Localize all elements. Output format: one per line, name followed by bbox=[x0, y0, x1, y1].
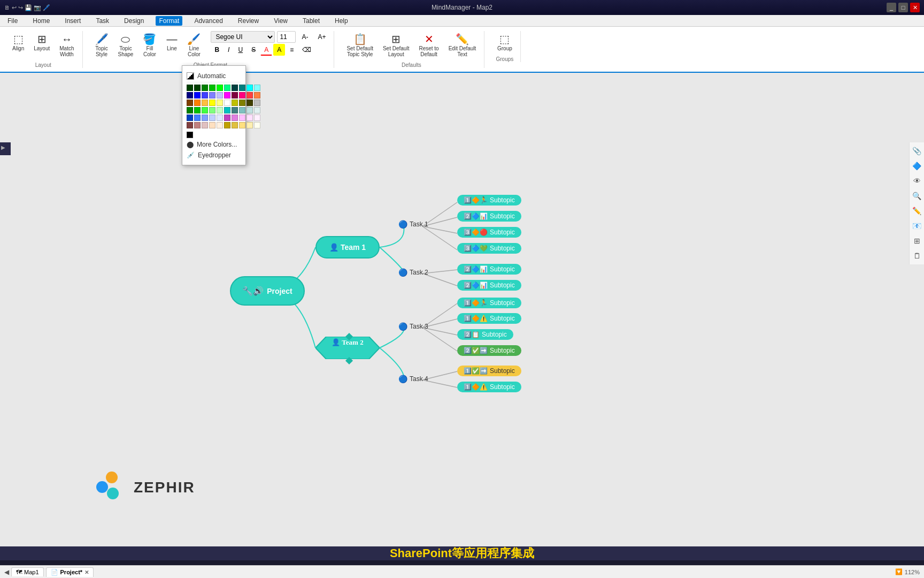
group-button[interactable]: ⬚ Group bbox=[494, 31, 516, 54]
font-increase-button[interactable]: A+ bbox=[314, 31, 329, 43]
team1-node[interactable]: 👤 Team 1 bbox=[315, 236, 380, 258]
task3-node[interactable]: 🔵 Task 3 bbox=[398, 322, 428, 331]
color-swatch-fff0ff[interactable] bbox=[254, 115, 260, 121]
color-swatch-007f7f[interactable] bbox=[239, 85, 245, 91]
menu-advanced[interactable]: Advanced bbox=[191, 16, 226, 26]
color-swatch-00ffff[interactable] bbox=[247, 85, 253, 91]
color-swatch-e0c0c0[interactable] bbox=[202, 122, 208, 128]
reset-to-default-button[interactable]: ✕ Reset toDefault bbox=[415, 31, 442, 60]
sidebar-icon-5[interactable]: ✏️ bbox=[911, 204, 923, 217]
color-swatch-ffbf40[interactable] bbox=[202, 100, 208, 106]
color-swatch-e0f0f0[interactable] bbox=[254, 107, 260, 113]
maximize-button[interactable]: □ bbox=[898, 3, 908, 12]
color-swatch-ffff80[interactable] bbox=[217, 100, 223, 106]
project-node[interactable]: 🔧🔊 Project bbox=[230, 276, 305, 306]
text-align-left-button[interactable]: ≡ bbox=[286, 44, 297, 56]
color-swatch-408080[interactable] bbox=[232, 107, 238, 113]
topic-shape-button[interactable]: ⬭ TopicShape bbox=[114, 31, 137, 60]
clear-format-button[interactable]: ⌫ bbox=[298, 44, 315, 56]
bold-button[interactable]: B bbox=[211, 44, 223, 56]
font-family-select[interactable]: Segoe UI bbox=[211, 31, 275, 43]
color-swatch-ff007f[interactable] bbox=[239, 92, 245, 98]
sidebar-icon-4[interactable]: 🔍 bbox=[911, 189, 923, 202]
tab-map1[interactable]: 🗺 Map1 bbox=[11, 567, 44, 576]
color-swatch-40ff40[interactable] bbox=[202, 107, 208, 113]
sidebar-icon-7[interactable]: ⊞ bbox=[911, 234, 923, 247]
line-color-button[interactable]: 🖌️ LineColor bbox=[183, 31, 204, 60]
color-swatch-ff00ff[interactable] bbox=[224, 92, 230, 98]
menu-design[interactable]: Design bbox=[121, 16, 147, 26]
color-eyedropper-option[interactable]: 💉 Eyedropper bbox=[187, 150, 241, 161]
color-swatch-00bf00[interactable] bbox=[209, 85, 215, 91]
color-swatch-c0d0ff[interactable] bbox=[209, 115, 215, 121]
subtopic-1-2[interactable]: 2️⃣🔷📊 Subtopic bbox=[457, 211, 521, 222]
color-swatch-80a0ff[interactable] bbox=[202, 115, 208, 121]
subtopic-1-1[interactable]: 1️⃣🔶🏃 Subtopic bbox=[457, 195, 521, 206]
menu-home[interactable]: Home bbox=[29, 16, 53, 26]
align-button[interactable]: ⬚ Align bbox=[9, 31, 28, 54]
close-button[interactable]: ✕ bbox=[910, 3, 920, 12]
color-swatch-e0c040[interactable] bbox=[232, 122, 238, 128]
sidebar-icon-3[interactable]: 👁 bbox=[911, 174, 923, 187]
subtopic-2-2[interactable]: 2️⃣🔷📊 Subtopic bbox=[457, 280, 521, 291]
menu-tablet[interactable]: Tablet bbox=[299, 16, 323, 26]
color-swatch-000080[interactable] bbox=[187, 92, 193, 98]
color-swatch-c08080[interactable] bbox=[194, 122, 201, 128]
color-swatch-4040ff[interactable] bbox=[202, 92, 208, 98]
subtopic-3-1[interactable]: 1️⃣🔶🏃 Subtopic bbox=[457, 298, 521, 308]
main-canvas-area[interactable]: 🔧🔊 Project 👤 Team 1 👤 Team 2 🔵 Task 1 bbox=[0, 73, 924, 546]
color-swatch-ff8000[interactable] bbox=[194, 100, 201, 106]
tab-nav-left[interactable]: ◀ bbox=[4, 568, 9, 576]
edit-default-text-button[interactable]: ✏️ Edit DefaultText bbox=[445, 31, 480, 60]
color-swatch-804000[interactable] bbox=[187, 100, 193, 106]
color-swatch-804040[interactable] bbox=[187, 122, 193, 128]
font-decrease-button[interactable]: A- bbox=[298, 31, 312, 43]
color-swatch-4080ff[interactable] bbox=[194, 115, 201, 121]
color-swatch-800040[interactable] bbox=[232, 92, 238, 98]
color-swatch-ffe080[interactable] bbox=[239, 122, 245, 128]
menu-insert[interactable]: Insert bbox=[61, 16, 84, 26]
color-swatch-404000[interactable] bbox=[247, 100, 253, 106]
color-swatch-80ffff[interactable] bbox=[254, 85, 260, 91]
subtopic-4-2[interactable]: 1️⃣🔶⚠️ Subtopic bbox=[457, 382, 521, 392]
color-swatch-0040c0[interactable] bbox=[187, 115, 193, 121]
mindmap-canvas[interactable]: 🔧🔊 Project 👤 Team 1 👤 Team 2 🔵 Task 1 bbox=[0, 73, 924, 546]
color-swatch-e080e0[interactable] bbox=[232, 115, 238, 121]
color-swatch-c040c0[interactable] bbox=[224, 115, 230, 121]
color-swatch-80ff80[interactable] bbox=[209, 107, 215, 113]
sidebar-icon-8[interactable]: 🗒 bbox=[911, 249, 923, 262]
status-filter-icon[interactable]: 🔽 bbox=[895, 568, 903, 575]
title-bar-icons[interactable]: 🗎 ↩ ↪ 💾 📷 🖊️ bbox=[4, 4, 50, 11]
menu-format[interactable]: Format bbox=[156, 16, 182, 26]
color-swatch-ffe0ff[interactable] bbox=[247, 115, 253, 121]
color-swatch-80c0c0[interactable] bbox=[239, 107, 245, 113]
color-swatch-c0ffc0[interactable] bbox=[217, 107, 223, 113]
color-more-colors-option[interactable]: ⬤ More Colors... bbox=[187, 139, 241, 150]
topic-style-button[interactable]: 🖊️ TopicStyle bbox=[91, 31, 112, 60]
color-automatic-option[interactable]: Automatic bbox=[187, 70, 241, 82]
color-swatch-ff4040[interactable] bbox=[247, 92, 253, 98]
color-swatch-fffff0[interactable] bbox=[254, 122, 260, 128]
strikethrough-button[interactable]: S bbox=[248, 44, 259, 56]
italic-button[interactable]: I bbox=[224, 44, 233, 56]
task4-node[interactable]: 🔵 Task 4 bbox=[398, 375, 428, 383]
minimize-button[interactable]: _ bbox=[887, 3, 896, 12]
color-swatch-ffff00[interactable] bbox=[209, 100, 215, 106]
match-width-button[interactable]: ↔ MatchWidth bbox=[56, 31, 78, 60]
color-swatch-808000[interactable] bbox=[239, 100, 245, 106]
task1-node[interactable]: 🔵 Task 1 bbox=[398, 220, 428, 229]
color-swatch-00c0c0[interactable] bbox=[224, 107, 230, 113]
set-default-layout-button[interactable]: ⊞ Set DefaultLayout bbox=[379, 31, 413, 60]
font-size-input[interactable] bbox=[277, 31, 296, 43]
subtopic-2-1[interactable]: 2️⃣🔷📊 Subtopic bbox=[457, 264, 521, 275]
team2-node-container[interactable]: 👤 Team 2 bbox=[315, 337, 380, 359]
color-swatch-fff0e0[interactable] bbox=[217, 122, 223, 128]
color-swatch-004000[interactable] bbox=[187, 85, 193, 91]
task2-node[interactable]: 🔵 Task 2 bbox=[398, 268, 428, 277]
color-swatch-e0e8ff[interactable] bbox=[217, 115, 223, 121]
color-swatch-004040[interactable] bbox=[232, 85, 238, 91]
menu-task[interactable]: Task bbox=[93, 16, 112, 26]
set-default-topic-style-button[interactable]: 📋 Set DefaultTopic Style bbox=[343, 31, 376, 60]
color-swatch-c0a000[interactable] bbox=[224, 122, 230, 128]
color-swatch-008000[interactable] bbox=[187, 107, 193, 113]
